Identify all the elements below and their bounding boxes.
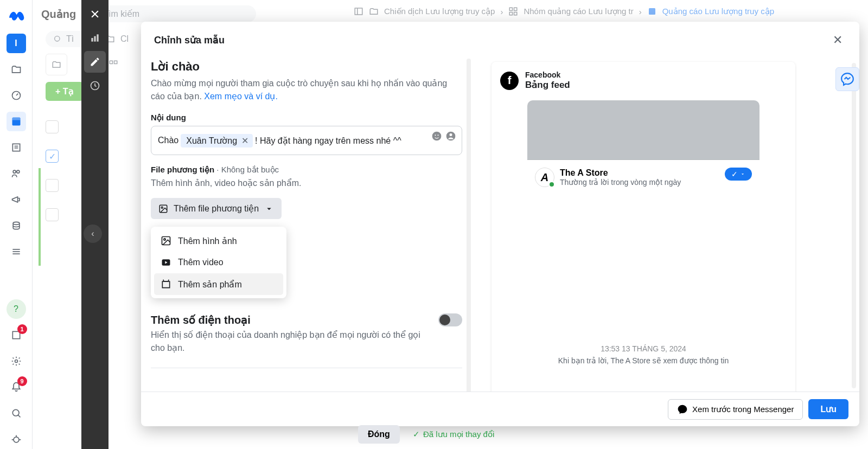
svg-point-14 — [12, 409, 19, 416]
phone-heading: Thêm số điện thoại — [151, 313, 427, 326]
app-left-rail: I ? 1 9 — [0, 0, 33, 449]
content-label: Nội dung — [151, 113, 462, 123]
store-avatar: A — [535, 168, 554, 187]
dropdown-add-image[interactable]: Thêm hình ảnh — [154, 230, 283, 252]
svg-point-8 — [13, 222, 20, 224]
svg-rect-35 — [94, 36, 95, 42]
modal-preview-panel: f Facebook Bảng feed A The A Store Thườn… — [472, 56, 859, 392]
save-button[interactable]: Lưu — [808, 399, 848, 419]
dropdown-add-video[interactable]: Thêm video — [154, 252, 283, 273]
media-description: Thêm hình ảnh, video hoặc sản phẩm. — [151, 178, 462, 188]
preview-cover-placeholder — [527, 100, 760, 160]
saved-status: ✓ Đã lưu mọi thay đổi — [413, 429, 494, 439]
help-icon[interactable]: ? — [7, 299, 26, 319]
store-response-time: Thường trả lời trong vòng một ngày — [560, 178, 681, 187]
panel-history-clock-icon[interactable] — [84, 75, 106, 97]
meta-logo-icon[interactable] — [7, 7, 25, 27]
svg-line-15 — [18, 415, 20, 417]
scrollbar[interactable] — [467, 59, 471, 392]
svg-point-39 — [435, 134, 436, 136]
svg-point-38 — [432, 132, 442, 141]
svg-rect-34 — [91, 38, 93, 42]
preview-note: Khi bạn trả lời, The A Store sẽ xem được… — [535, 356, 752, 365]
media-label: File phương tiện · Không bắt buộc — [151, 165, 462, 175]
verified-pill: ✓ — [725, 168, 752, 181]
svg-rect-36 — [97, 34, 98, 41]
svg-point-42 — [450, 133, 452, 136]
greeting-description: Chào mừng mọi người tham gia cuộc trò ch… — [151, 77, 462, 103]
search-icon[interactable] — [7, 403, 26, 423]
person-token-icon[interactable] — [445, 131, 456, 142]
modal-close-button[interactable]: ✕ — [829, 31, 846, 49]
personalization-chip[interactable]: Xuân Trường✕ — [181, 134, 253, 147]
svg-rect-2 — [12, 118, 20, 120]
news-icon[interactable] — [7, 138, 26, 157]
bug-icon[interactable] — [7, 429, 26, 449]
preview-placement: Bảng feed — [525, 79, 570, 91]
audience-icon[interactable] — [7, 164, 26, 183]
notifications-bell-icon[interactable]: 9 — [7, 377, 26, 397]
account-avatar[interactable]: I — [7, 34, 26, 53]
online-dot-icon — [548, 181, 555, 188]
svg-point-40 — [437, 134, 438, 136]
billing-icon[interactable] — [7, 216, 26, 235]
greeting-tips-link[interactable]: Xem mẹo và ví dụ. — [204, 92, 278, 101]
svg-point-13 — [15, 360, 17, 363]
preview-chat-window: A The A Store Thường trả lời trong vòng … — [527, 160, 760, 355]
svg-point-6 — [13, 170, 16, 173]
svg-point-44 — [161, 207, 163, 208]
phone-description: Hiển thị số điện thoại của doanh nghiệp … — [151, 329, 427, 355]
megaphone-icon[interactable] — [7, 190, 26, 209]
phone-toggle[interactable] — [438, 313, 462, 326]
panel-chart-icon[interactable] — [84, 27, 106, 49]
messenger-badge-icon[interactable] — [835, 67, 859, 91]
greeting-content-input[interactable]: Chào Xuân Trường✕ ! Hãy đặt hàng ngay tr… — [151, 126, 462, 155]
emoji-picker-icon[interactable] — [431, 131, 442, 142]
settings-gear-icon[interactable] — [7, 351, 26, 371]
panel-collapse-icon[interactable]: ‹ — [84, 224, 102, 243]
gauge-icon[interactable] — [7, 86, 26, 105]
panel-close-icon[interactable] — [84, 3, 106, 25]
greeting-heading: Lời chào — [151, 60, 462, 74]
preview-timestamp: 13:53 13 THÁNG 5, 2024 — [535, 344, 752, 353]
preview-messenger-button[interactable]: Xem trước trong Messenger — [668, 399, 803, 420]
feed-preview-card: f Facebook Bảng feed A The A Store Thườn… — [492, 62, 795, 392]
add-media-button[interactable]: Thêm file phương tiện — [151, 198, 282, 219]
store-name: The A Store — [560, 168, 681, 178]
scrollbar[interactable] — [852, 63, 856, 388]
menu-icon[interactable] — [7, 242, 26, 261]
preview-platform: Facebook — [525, 70, 570, 79]
chevron-down-icon — [264, 204, 274, 214]
tasks-icon[interactable]: 1 — [7, 325, 26, 345]
bottom-status-bar: Đóng ✓ Đã lưu mọi thay đổi — [358, 425, 494, 444]
grid-icon[interactable] — [7, 112, 26, 131]
editor-side-panel: ‹ — [81, 0, 108, 449]
add-media-dropdown: Thêm hình ảnh Thêm video Thêm sản phẩm — [151, 227, 286, 298]
edit-template-modal: Chỉnh sửa mẫu ✕ Lời chào Chào mừng mọi n… — [141, 22, 859, 426]
close-button[interactable]: Đóng — [358, 425, 400, 444]
panel-edit-pencil-icon[interactable] — [84, 51, 106, 73]
svg-point-7 — [16, 170, 19, 173]
modal-title: Chỉnh sửa mẫu — [154, 34, 225, 46]
dropdown-add-product[interactable]: Thêm sản phẩm — [154, 273, 283, 295]
folder-icon[interactable] — [7, 60, 26, 79]
svg-point-46 — [164, 239, 165, 240]
modal-form-panel: Lời chào Chào mừng mọi người tham gia cu… — [141, 56, 472, 392]
facebook-logo-icon: f — [500, 72, 519, 90]
chip-remove-icon[interactable]: ✕ — [241, 136, 248, 146]
svg-point-16 — [14, 437, 19, 442]
modal-footer: Xem trước trong Messenger Lưu — [141, 392, 859, 426]
